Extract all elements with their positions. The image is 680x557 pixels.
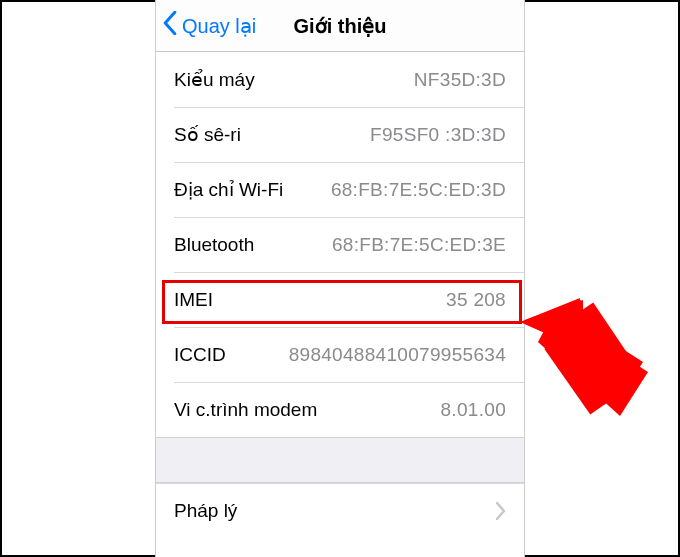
row-value: NF35D:3D: [414, 69, 506, 91]
row-model[interactable]: Kiểu máy NF35D:3D: [156, 52, 524, 107]
row-bluetooth[interactable]: Bluetooth 68:FB:7E:5C:ED:3E: [156, 217, 524, 272]
row-serial[interactable]: Số sê-ri F95SF0 :3D:3D: [156, 107, 524, 162]
row-label: Vi c.trình modem: [174, 399, 317, 421]
row-label: IMEI: [174, 289, 213, 311]
row-label: Bluetooth: [174, 234, 254, 256]
section-spacer: [156, 437, 524, 483]
back-label: Quay lại: [182, 14, 256, 38]
back-button[interactable]: Quay lại: [156, 11, 256, 40]
row-value: F95SF0 :3D:3D: [370, 124, 506, 146]
chevron-left-icon: [162, 11, 178, 40]
row-modem[interactable]: Vi c.trình modem 8.01.00: [156, 382, 524, 437]
row-label: Địa chỉ Wi-Fi: [174, 178, 283, 201]
chevron-right-icon: [496, 502, 506, 520]
row-label: Pháp lý: [174, 500, 237, 522]
row-label: Kiểu máy: [174, 68, 255, 91]
row-imei[interactable]: IMEI 35 208: [156, 272, 524, 327]
row-iccid[interactable]: ICCID 89840488410079955634: [156, 327, 524, 382]
row-value: 8.01.00: [441, 399, 507, 421]
row-label: Số sê-ri: [174, 123, 241, 146]
phone-screen: Quay lại Giới thiệu Kiểu máy NF35D:3D Số…: [155, 0, 525, 557]
row-wifi[interactable]: Địa chỉ Wi-Fi 68:FB:7E:5C:ED:3D: [156, 162, 524, 217]
row-value: 68:FB:7E:5C:ED:3E: [332, 234, 506, 256]
row-value: 89840488410079955634: [289, 344, 506, 366]
settings-list: Kiểu máy NF35D:3D Số sê-ri F95SF0 :3D:3D…: [156, 52, 524, 538]
row-value: 68:FB:7E:5C:ED:3D: [331, 179, 506, 201]
row-legal[interactable]: Pháp lý: [156, 483, 524, 538]
row-value: 35 208: [446, 289, 506, 311]
nav-bar: Quay lại Giới thiệu: [156, 0, 524, 52]
row-label: ICCID: [174, 344, 226, 366]
